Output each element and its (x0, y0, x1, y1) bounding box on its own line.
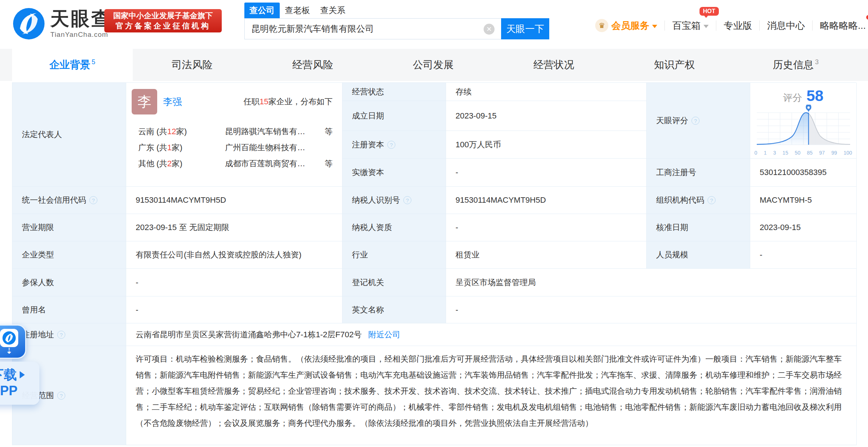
avatar[interactable]: 李 (132, 89, 157, 114)
field-value-staff-size: - (750, 241, 857, 269)
search-tab-relation[interactable]: 查关系 (315, 3, 350, 18)
score-distribution-curve (754, 105, 853, 149)
legal-rep-name-link[interactable]: 李强 (163, 96, 182, 108)
divider (716, 20, 716, 31)
field-label-insured-count: 参保人数 (12, 269, 126, 296)
summary-count: 15 (260, 97, 268, 106)
divider (759, 20, 760, 31)
tab-label: 经营风险 (292, 58, 333, 72)
field-value-company-type: 有限责任公司(非自然人投资或控股的法人独资) (126, 241, 342, 269)
badge-line2: 官方备案企业征信机构 (104, 21, 222, 31)
tab-company-background[interactable]: 企业背景5 (12, 49, 133, 81)
tab-judicial-risk[interactable]: 司法风险 (133, 49, 253, 81)
field-label-registered-capital: 注册资本? (342, 131, 446, 159)
score-value: 58 (806, 87, 824, 105)
field-label-paid-capital: 实缴资本 (342, 159, 446, 187)
region-company: 成都市百莲凯商贸有… (210, 158, 320, 169)
download-arrow-icon: ⇣ (6, 348, 12, 354)
region-row: 广东 (共1家) 广州百能生物科技有… (132, 140, 333, 156)
field-label-staff-size: 人员规模 (647, 241, 750, 269)
field-label-establish-date: 成立日期 (342, 101, 446, 131)
field-value-business-scope: 许可项目：机动车检验检测服务；食品销售。（依法须经批准的项目，经相关部门批准后方… (126, 346, 857, 445)
help-icon[interactable]: ? (708, 196, 716, 204)
app-icon: ⇣ (0, 324, 26, 359)
app-download-label: 下载 APP (0, 362, 39, 405)
brand-domain: TianYanCha.com (50, 31, 112, 39)
nav-pro-label: 专业版 (724, 19, 752, 32)
region-name: 云南 (共12家) (132, 126, 210, 137)
tab-operating-status[interactable]: 经营状况 (494, 49, 615, 81)
nav-user-label: 略略略略... (820, 19, 866, 32)
region-row: 云南 (共12家) 昆明路骐汽车销售有… 等 (132, 124, 333, 140)
address-text: 云南省昆明市呈贡区吴家营街道涌鑫哈弗中心7-1栋1-2层F702号 (136, 329, 362, 340)
help-icon[interactable]: ? (89, 196, 97, 204)
tab-company-development[interactable]: 公司发展 (374, 49, 495, 81)
field-label-industry: 行业 (342, 241, 446, 269)
region-company: 广州百能生物科技有… (210, 142, 320, 153)
tab-history-info[interactable]: 历史信息3 (735, 49, 856, 81)
help-icon[interactable]: ? (403, 196, 411, 204)
field-label-credit-code: 统一社会信用代码? (12, 187, 126, 214)
search-input[interactable] (244, 18, 501, 39)
government-endorsement-badge: 国家中小企业发展子基金旗下 官方备案企业征信机构 (104, 9, 222, 32)
help-icon[interactable]: ? (691, 117, 700, 125)
tab-operating-risk[interactable]: 经营风险 (253, 49, 374, 81)
field-value-credit-code: 91530114MACYMT9H5D (126, 187, 342, 214)
chevron-down-icon (652, 25, 657, 28)
field-label-legal-representative: 法定代表人 (12, 83, 126, 187)
clear-search-icon[interactable]: ✕ (484, 24, 495, 35)
nav-vip-services[interactable]: ♛ 会员服务 (595, 19, 657, 32)
field-label-business-term: 营业期限 (12, 214, 126, 241)
tianyan-score-chart-cell: 评分 58 (750, 83, 857, 159)
region-distribution: 云南 (共12家) 昆明路骐汽车销售有… 等 广东 (共1家) 广州百能生物科技… (132, 124, 333, 172)
nav-toolbox[interactable]: HOT 百宝箱 (672, 19, 709, 32)
nav-vip-label: 会员服务 (611, 19, 649, 32)
tab-label: 历史信息 (773, 58, 814, 72)
region-etc: 等 (320, 126, 333, 137)
brand-name: 天眼查 (50, 7, 112, 30)
score-caption: 评分 (783, 92, 802, 104)
notification-dot (866, 15, 868, 20)
field-value-insured-count: - (126, 269, 342, 296)
field-label-registration-authority: 登记机关 (342, 269, 446, 296)
legal-rep-summary: 任职15家企业，分布如下 (244, 96, 333, 107)
play-icon (20, 371, 25, 378)
field-value-approval-date: 2023-09-15 (750, 214, 857, 241)
help-icon[interactable]: ? (57, 331, 65, 339)
app-download-floater[interactable]: ⇣ 下载 APP (0, 324, 39, 405)
nav-message-center[interactable]: 消息中心 (767, 19, 805, 32)
field-label-company-type: 企业类型 (12, 241, 126, 269)
nav-messages-label: 消息中心 (767, 19, 805, 32)
legal-representative-cell: 李 李强 任职15家企业，分布如下 云南 (共12家) 昆明路骐汽车销售有… 等… (126, 83, 342, 187)
nav-pro-version[interactable]: 专业版 (724, 19, 752, 32)
label-text: 法定代表人 (22, 129, 62, 140)
field-value-business-term: 2023-09-15 至 无固定期限 (126, 214, 342, 241)
field-label-tianyan-score: 天眼评分? (647, 83, 750, 159)
nearby-companies-link[interactable]: 附近公司 (368, 329, 400, 340)
field-label-status: 经营状态 (342, 83, 446, 101)
field-value-registration-authority: 呈贡区市场监督管理局 (446, 269, 857, 296)
field-value-status: 存续 (446, 83, 647, 101)
nav-user-account[interactable]: 略略略略... (820, 19, 866, 32)
field-value-registration-no: 530121000358395 (750, 159, 857, 187)
tab-count: 5 (92, 58, 95, 66)
chevron-down-icon (704, 25, 709, 28)
region-name: 其他 (共2家) (132, 158, 210, 169)
search-tab-boss[interactable]: 查老板 (280, 3, 315, 18)
field-label-org-code: 组织机构代码? (647, 187, 750, 214)
search-tab-company[interactable]: 查公司 (244, 3, 280, 18)
tab-label: 公司发展 (413, 58, 454, 72)
score-pin-icon (806, 105, 811, 112)
field-value-registered-address: 云南省昆明市呈贡区吴家营街道涌鑫哈弗中心7-1栋1-2层F702号 附近公司 (126, 323, 857, 346)
search-button[interactable]: 天眼一下 (501, 18, 549, 39)
field-label-taxpayer-quality: 纳税人资质 (342, 214, 446, 241)
help-icon[interactable]: ? (387, 141, 395, 149)
summary-post: 家企业，分布如下 (268, 97, 333, 106)
tianyancha-logo[interactable]: 天眼查 TianYanCha.com (12, 7, 112, 40)
badge-line1: 国家中小企业发展子基金旗下 (104, 11, 222, 21)
hot-badge: HOT (700, 7, 719, 16)
tianyancha-logo-icon (12, 7, 45, 40)
tab-intellectual-property[interactable]: 知识产权 (615, 49, 736, 81)
summary-pre: 任职 (244, 97, 260, 106)
help-icon[interactable]: ? (57, 392, 65, 400)
